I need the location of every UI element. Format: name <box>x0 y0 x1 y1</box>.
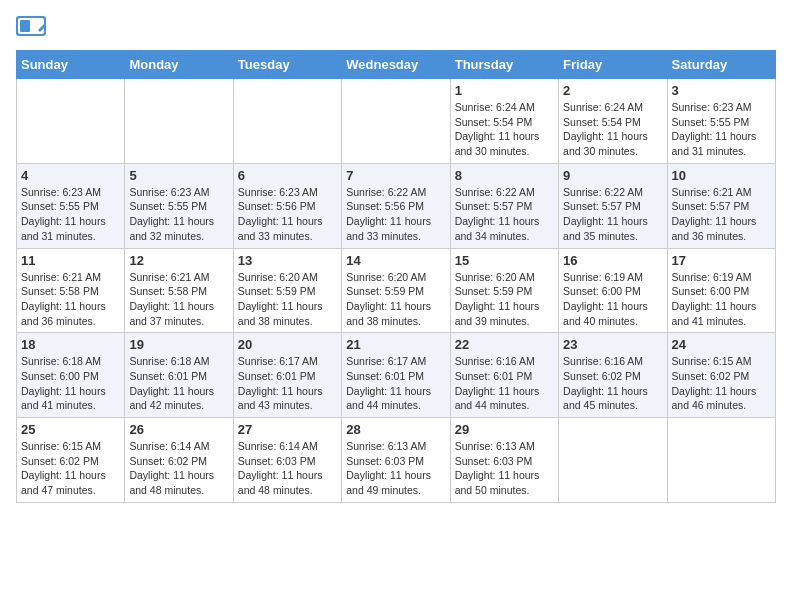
calendar-cell: 5Sunrise: 6:23 AM Sunset: 5:55 PM Daylig… <box>125 163 233 248</box>
calendar-cell: 26Sunrise: 6:14 AM Sunset: 6:02 PM Dayli… <box>125 418 233 503</box>
week-row-2: 4Sunrise: 6:23 AM Sunset: 5:55 PM Daylig… <box>17 163 776 248</box>
day-number: 14 <box>346 253 445 268</box>
calendar-cell <box>125 79 233 164</box>
day-info: Sunrise: 6:17 AM Sunset: 6:01 PM Dayligh… <box>346 354 445 413</box>
header-day-wednesday: Wednesday <box>342 51 450 79</box>
calendar-cell: 12Sunrise: 6:21 AM Sunset: 5:58 PM Dayli… <box>125 248 233 333</box>
calendar-cell: 11Sunrise: 6:21 AM Sunset: 5:58 PM Dayli… <box>17 248 125 333</box>
day-info: Sunrise: 6:22 AM Sunset: 5:56 PM Dayligh… <box>346 185 445 244</box>
day-info: Sunrise: 6:24 AM Sunset: 5:54 PM Dayligh… <box>563 100 662 159</box>
calendar-cell <box>342 79 450 164</box>
day-number: 3 <box>672 83 771 98</box>
day-number: 21 <box>346 337 445 352</box>
calendar-cell: 27Sunrise: 6:14 AM Sunset: 6:03 PM Dayli… <box>233 418 341 503</box>
day-info: Sunrise: 6:17 AM Sunset: 6:01 PM Dayligh… <box>238 354 337 413</box>
day-number: 25 <box>21 422 120 437</box>
day-number: 27 <box>238 422 337 437</box>
day-info: Sunrise: 6:21 AM Sunset: 5:58 PM Dayligh… <box>129 270 228 329</box>
day-info: Sunrise: 6:22 AM Sunset: 5:57 PM Dayligh… <box>455 185 554 244</box>
calendar-cell: 17Sunrise: 6:19 AM Sunset: 6:00 PM Dayli… <box>667 248 775 333</box>
header-day-monday: Monday <box>125 51 233 79</box>
header-day-saturday: Saturday <box>667 51 775 79</box>
header-day-sunday: Sunday <box>17 51 125 79</box>
day-info: Sunrise: 6:16 AM Sunset: 6:01 PM Dayligh… <box>455 354 554 413</box>
week-row-1: 1Sunrise: 6:24 AM Sunset: 5:54 PM Daylig… <box>17 79 776 164</box>
calendar-cell <box>17 79 125 164</box>
calendar-cell: 29Sunrise: 6:13 AM Sunset: 6:03 PM Dayli… <box>450 418 558 503</box>
calendar-cell: 15Sunrise: 6:20 AM Sunset: 5:59 PM Dayli… <box>450 248 558 333</box>
day-number: 29 <box>455 422 554 437</box>
day-number: 2 <box>563 83 662 98</box>
day-number: 6 <box>238 168 337 183</box>
day-info: Sunrise: 6:21 AM Sunset: 5:57 PM Dayligh… <box>672 185 771 244</box>
calendar-cell: 24Sunrise: 6:15 AM Sunset: 6:02 PM Dayli… <box>667 333 775 418</box>
day-number: 7 <box>346 168 445 183</box>
day-info: Sunrise: 6:23 AM Sunset: 5:55 PM Dayligh… <box>672 100 771 159</box>
day-info: Sunrise: 6:13 AM Sunset: 6:03 PM Dayligh… <box>455 439 554 498</box>
calendar-header-row: SundayMondayTuesdayWednesdayThursdayFrid… <box>17 51 776 79</box>
calendar-cell: 9Sunrise: 6:22 AM Sunset: 5:57 PM Daylig… <box>559 163 667 248</box>
header-day-thursday: Thursday <box>450 51 558 79</box>
calendar-cell: 13Sunrise: 6:20 AM Sunset: 5:59 PM Dayli… <box>233 248 341 333</box>
week-row-3: 11Sunrise: 6:21 AM Sunset: 5:58 PM Dayli… <box>17 248 776 333</box>
calendar-cell: 23Sunrise: 6:16 AM Sunset: 6:02 PM Dayli… <box>559 333 667 418</box>
day-info: Sunrise: 6:18 AM Sunset: 6:01 PM Dayligh… <box>129 354 228 413</box>
day-number: 23 <box>563 337 662 352</box>
day-info: Sunrise: 6:19 AM Sunset: 6:00 PM Dayligh… <box>672 270 771 329</box>
day-info: Sunrise: 6:20 AM Sunset: 5:59 PM Dayligh… <box>346 270 445 329</box>
calendar-cell <box>559 418 667 503</box>
day-info: Sunrise: 6:18 AM Sunset: 6:00 PM Dayligh… <box>21 354 120 413</box>
day-number: 18 <box>21 337 120 352</box>
day-number: 10 <box>672 168 771 183</box>
day-number: 22 <box>455 337 554 352</box>
day-info: Sunrise: 6:14 AM Sunset: 6:02 PM Dayligh… <box>129 439 228 498</box>
week-row-5: 25Sunrise: 6:15 AM Sunset: 6:02 PM Dayli… <box>17 418 776 503</box>
calendar-cell: 6Sunrise: 6:23 AM Sunset: 5:56 PM Daylig… <box>233 163 341 248</box>
calendar-cell: 14Sunrise: 6:20 AM Sunset: 5:59 PM Dayli… <box>342 248 450 333</box>
day-info: Sunrise: 6:20 AM Sunset: 5:59 PM Dayligh… <box>455 270 554 329</box>
day-number: 16 <box>563 253 662 268</box>
calendar-cell: 10Sunrise: 6:21 AM Sunset: 5:57 PM Dayli… <box>667 163 775 248</box>
day-info: Sunrise: 6:15 AM Sunset: 6:02 PM Dayligh… <box>21 439 120 498</box>
day-info: Sunrise: 6:19 AM Sunset: 6:00 PM Dayligh… <box>563 270 662 329</box>
day-number: 1 <box>455 83 554 98</box>
calendar-cell <box>667 418 775 503</box>
day-number: 4 <box>21 168 120 183</box>
day-number: 11 <box>21 253 120 268</box>
logo <box>16 16 48 42</box>
calendar-cell: 21Sunrise: 6:17 AM Sunset: 6:01 PM Dayli… <box>342 333 450 418</box>
day-info: Sunrise: 6:23 AM Sunset: 5:55 PM Dayligh… <box>21 185 120 244</box>
calendar-cell: 1Sunrise: 6:24 AM Sunset: 5:54 PM Daylig… <box>450 79 558 164</box>
calendar-cell: 4Sunrise: 6:23 AM Sunset: 5:55 PM Daylig… <box>17 163 125 248</box>
day-number: 17 <box>672 253 771 268</box>
day-info: Sunrise: 6:16 AM Sunset: 6:02 PM Dayligh… <box>563 354 662 413</box>
calendar-cell: 18Sunrise: 6:18 AM Sunset: 6:00 PM Dayli… <box>17 333 125 418</box>
day-number: 9 <box>563 168 662 183</box>
calendar-cell: 7Sunrise: 6:22 AM Sunset: 5:56 PM Daylig… <box>342 163 450 248</box>
calendar-cell: 22Sunrise: 6:16 AM Sunset: 6:01 PM Dayli… <box>450 333 558 418</box>
day-info: Sunrise: 6:21 AM Sunset: 5:58 PM Dayligh… <box>21 270 120 329</box>
day-number: 19 <box>129 337 228 352</box>
day-info: Sunrise: 6:23 AM Sunset: 5:55 PM Dayligh… <box>129 185 228 244</box>
day-number: 28 <box>346 422 445 437</box>
calendar-cell: 25Sunrise: 6:15 AM Sunset: 6:02 PM Dayli… <box>17 418 125 503</box>
day-info: Sunrise: 6:15 AM Sunset: 6:02 PM Dayligh… <box>672 354 771 413</box>
day-info: Sunrise: 6:22 AM Sunset: 5:57 PM Dayligh… <box>563 185 662 244</box>
day-number: 8 <box>455 168 554 183</box>
day-info: Sunrise: 6:24 AM Sunset: 5:54 PM Dayligh… <box>455 100 554 159</box>
calendar-cell <box>233 79 341 164</box>
calendar-cell: 19Sunrise: 6:18 AM Sunset: 6:01 PM Dayli… <box>125 333 233 418</box>
day-number: 26 <box>129 422 228 437</box>
day-info: Sunrise: 6:20 AM Sunset: 5:59 PM Dayligh… <box>238 270 337 329</box>
day-number: 13 <box>238 253 337 268</box>
header <box>16 16 776 42</box>
day-number: 15 <box>455 253 554 268</box>
header-day-friday: Friday <box>559 51 667 79</box>
calendar-cell: 3Sunrise: 6:23 AM Sunset: 5:55 PM Daylig… <box>667 79 775 164</box>
day-number: 20 <box>238 337 337 352</box>
calendar-cell: 20Sunrise: 6:17 AM Sunset: 6:01 PM Dayli… <box>233 333 341 418</box>
day-number: 5 <box>129 168 228 183</box>
calendar-cell: 16Sunrise: 6:19 AM Sunset: 6:00 PM Dayli… <box>559 248 667 333</box>
header-day-tuesday: Tuesday <box>233 51 341 79</box>
calendar-cell: 28Sunrise: 6:13 AM Sunset: 6:03 PM Dayli… <box>342 418 450 503</box>
